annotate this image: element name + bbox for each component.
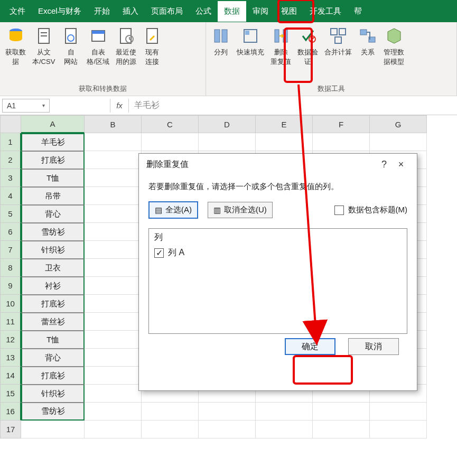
column-header[interactable]: B	[85, 115, 142, 133]
cell[interactable]	[85, 277, 142, 295]
row-header[interactable]: 1	[0, 133, 21, 151]
menu-insert[interactable]: 插入	[116, 1, 145, 22]
cell[interactable]	[85, 295, 142, 313]
row-header[interactable]: 4	[0, 187, 21, 205]
cell[interactable]	[370, 421, 427, 438]
columns-listbox[interactable]: 列 ✓ 列 A	[148, 228, 407, 334]
column-header[interactable]: D	[199, 115, 256, 133]
cell[interactable]	[142, 133, 199, 151]
data-has-header-checkbox[interactable]: 数据包含标题(M)	[334, 205, 408, 215]
cell[interactable]	[142, 421, 199, 438]
cancel-button[interactable]: 取消	[348, 338, 399, 355]
ribbon-data-model[interactable]: 管理数据模型	[380, 23, 407, 83]
select-all-button[interactable]: ▤ 全选(A)	[148, 201, 198, 219]
cell[interactable]: 背心	[21, 205, 85, 223]
row-header[interactable]: 6	[0, 223, 21, 241]
ribbon-flash-fill[interactable]: 快速填充	[234, 23, 267, 83]
ribbon-from-table[interactable]: 自表格/区域	[83, 23, 113, 83]
menu-formulas[interactable]: 公式	[189, 1, 218, 22]
ribbon-consolidate[interactable]: 合并计算	[321, 23, 355, 83]
menu-page-layout[interactable]: 页面布局	[145, 1, 189, 22]
row-header[interactable]: 11	[0, 313, 21, 331]
cell[interactable]: 打底衫	[21, 295, 85, 313]
column-header[interactable]: C	[142, 115, 199, 133]
cell[interactable]: 羊毛衫	[21, 133, 85, 151]
column-header[interactable]: E	[256, 115, 313, 133]
cell[interactable]	[313, 403, 370, 421]
menu-file[interactable]: 文件	[3, 1, 32, 22]
listbox-item[interactable]: ✓ 列 A	[154, 247, 402, 258]
menu-excel-finance[interactable]: Excel与财务	[32, 1, 88, 22]
cell[interactable]: T恤	[21, 331, 85, 349]
cell[interactable]	[256, 421, 313, 438]
cell[interactable]	[85, 259, 142, 277]
cell[interactable]: 打底衫	[21, 367, 85, 385]
row-header[interactable]: 9	[0, 277, 21, 295]
row-header[interactable]: 8	[0, 259, 21, 277]
cell[interactable]: 背心	[21, 349, 85, 367]
cell[interactable]	[313, 421, 370, 438]
cell[interactable]	[85, 187, 142, 205]
row-header[interactable]: 15	[0, 385, 21, 403]
cell[interactable]	[199, 403, 256, 421]
ribbon-from-text[interactable]: 从文本/CSV	[29, 23, 58, 83]
cell[interactable]: 雪纺衫	[21, 403, 85, 421]
unselect-all-button[interactable]: ▥ 取消全选(U)	[208, 202, 273, 218]
cell[interactable]	[85, 403, 142, 421]
row-header[interactable]: 7	[0, 241, 21, 259]
fx-button[interactable]: fx	[110, 99, 129, 113]
dialog-close-button[interactable]: ×	[393, 159, 409, 170]
cell[interactable]	[85, 169, 142, 187]
cell[interactable]: 针织衫	[21, 385, 85, 403]
row-header[interactable]: 13	[0, 349, 21, 367]
cell[interactable]	[256, 133, 313, 151]
dialog-help-button[interactable]: ?	[376, 159, 393, 170]
cell[interactable]: 吊带	[21, 187, 85, 205]
cell[interactable]: 蕾丝衫	[21, 313, 85, 331]
cell[interactable]	[85, 349, 142, 367]
select-all-cells[interactable]	[0, 115, 21, 133]
column-header[interactable]: F	[313, 115, 370, 133]
ribbon-text-to-columns[interactable]: 分列	[208, 23, 234, 83]
cell[interactable]	[85, 331, 142, 349]
cell[interactable]	[85, 385, 142, 403]
cell[interactable]: 打底衫	[21, 151, 85, 169]
formula-input[interactable]: 羊毛衫	[129, 99, 457, 113]
ok-button[interactable]: 确定	[285, 338, 335, 355]
cell[interactable]: 卫衣	[21, 259, 85, 277]
cell[interactable]	[85, 151, 142, 169]
cell[interactable]	[85, 241, 142, 259]
name-box-dropdown-icon[interactable]: ▾	[42, 102, 45, 108]
row-header[interactable]: 3	[0, 169, 21, 187]
menu-home[interactable]: 开始	[88, 1, 116, 22]
row-header[interactable]: 5	[0, 205, 21, 223]
cell[interactable]	[370, 403, 427, 421]
cell[interactable]: 雪纺衫	[21, 223, 85, 241]
row-header[interactable]: 2	[0, 151, 21, 169]
cell[interactable]	[85, 223, 142, 241]
column-header[interactable]: A	[21, 115, 85, 133]
cell[interactable]	[142, 403, 199, 421]
cell[interactable]: T恤	[21, 169, 85, 187]
cell[interactable]	[256, 403, 313, 421]
ribbon-get-data[interactable]: 获取数据	[2, 23, 29, 83]
row-header[interactable]: 10	[0, 295, 21, 313]
ribbon-from-web[interactable]: 自网站	[58, 23, 83, 83]
menu-data[interactable]: 数据	[218, 1, 246, 22]
cell[interactable]	[85, 421, 142, 438]
cell[interactable]: 衬衫	[21, 277, 85, 295]
cell[interactable]	[313, 133, 370, 151]
cell[interactable]	[85, 313, 142, 331]
row-header[interactable]: 16	[0, 403, 21, 421]
cell[interactable]: 针织衫	[21, 241, 85, 259]
cell[interactable]	[85, 367, 142, 385]
column-header[interactable]: G	[370, 115, 427, 133]
ribbon-existing-conn[interactable]: 现有连接	[139, 23, 165, 83]
ribbon-recent[interactable]: 最近使用的源	[113, 23, 139, 83]
cell[interactable]	[199, 133, 256, 151]
menu-help[interactable]: 帮	[348, 1, 368, 22]
cell[interactable]	[85, 205, 142, 223]
cell[interactable]	[85, 133, 142, 151]
ribbon-relations[interactable]: 关系	[355, 23, 380, 83]
row-header[interactable]: 14	[0, 367, 21, 385]
